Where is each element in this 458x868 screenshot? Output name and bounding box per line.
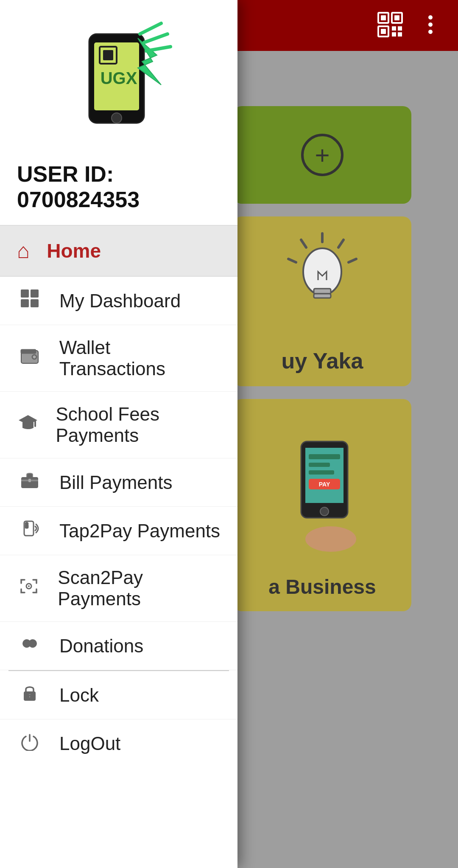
tap2pay-label: Tap2Pay Payments [59, 520, 220, 542]
svg-text:UGX: UGX [101, 69, 137, 87]
svg-rect-54 [21, 477, 38, 488]
wallet-label: Wallet Transactions [59, 337, 221, 379]
sidebar-item-tap2pay[interactable]: Tap2Pay Payments [0, 507, 237, 555]
lock-label: Lock [59, 685, 99, 706]
svg-rect-59 [25, 525, 28, 528]
user-id: USER ID: 0700824353 [0, 153, 237, 226]
home-icon: ⌂ [17, 239, 30, 263]
sidebar-item-lock[interactable]: Lock [0, 671, 237, 719]
svg-point-10 [428, 15, 433, 20]
svg-point-28 [320, 507, 329, 516]
briefcase-icon [17, 470, 42, 494]
logo-icon: UGX [59, 21, 178, 140]
svg-rect-30 [318, 531, 327, 543]
svg-rect-33 [346, 533, 351, 542]
logout-label: LogOut [59, 733, 120, 754]
buy-yaka-panel[interactable]: uy Yaka [233, 216, 411, 386]
svg-line-17 [288, 259, 296, 262]
sidebar-item-home[interactable]: ⌂ Home [0, 226, 237, 277]
svg-rect-44 [21, 289, 29, 298]
svg-rect-47 [31, 299, 39, 307]
tap-icon [17, 519, 42, 543]
svg-point-12 [428, 30, 433, 34]
nav-items-list: My Dashboard Wallet Transactions [0, 277, 237, 868]
add-button-panel[interactable]: + [233, 106, 411, 204]
svg-point-51 [32, 355, 36, 359]
power-icon [17, 731, 42, 756]
svg-rect-53 [34, 420, 36, 427]
svg-point-11 [428, 22, 433, 27]
svg-rect-7 [398, 26, 402, 31]
svg-point-63 [28, 639, 37, 648]
svg-line-41 [140, 23, 161, 34]
sidebar-item-scan2pay[interactable]: Scan2Pay Payments [0, 555, 237, 622]
svg-rect-6 [392, 26, 396, 31]
svg-rect-1 [381, 15, 386, 20]
svg-rect-32 [338, 531, 344, 542]
svg-rect-20 [314, 294, 331, 298]
svg-rect-5 [381, 29, 386, 34]
svg-rect-9 [398, 32, 402, 37]
svg-rect-25 [309, 470, 334, 475]
svg-line-15 [349, 259, 356, 262]
svg-rect-37 [103, 50, 113, 60]
svg-rect-66 [29, 695, 31, 698]
phone-hand-icon: PAY [276, 433, 369, 552]
sidebar-item-donations[interactable]: Donations [0, 622, 237, 670]
svg-line-43 [146, 47, 170, 51]
school-fees-label: School Fees Payments [56, 404, 221, 446]
sidebar-item-school-fees[interactable]: School Fees Payments [0, 392, 237, 458]
svg-point-61 [28, 585, 30, 587]
lock-icon [17, 683, 42, 707]
graduation-icon [17, 413, 39, 437]
svg-point-39 [112, 113, 122, 123]
svg-rect-19 [314, 289, 331, 294]
qr-icon[interactable] [377, 12, 403, 39]
more-options-icon[interactable] [420, 14, 441, 37]
navigation-drawer: UGX USER ID: 0700824353 ⌂ Home [0, 0, 237, 868]
svg-line-42 [144, 34, 168, 42]
add-circle-icon[interactable]: + [301, 134, 344, 176]
business-label: a Business [268, 575, 376, 598]
dashboard-icon [17, 289, 42, 313]
svg-rect-3 [394, 15, 399, 20]
donations-label: Donations [59, 635, 143, 657]
sidebar-item-wallet[interactable]: Wallet Transactions [0, 325, 237, 392]
sidebar-item-dashboard[interactable]: My Dashboard [0, 277, 237, 325]
svg-rect-46 [21, 299, 29, 307]
svg-rect-31 [329, 528, 335, 543]
yaka-label: uy Yaka [282, 348, 363, 374]
scan-icon [17, 576, 41, 601]
scan2pay-label: Scan2Pay Payments [58, 567, 221, 610]
svg-rect-23 [309, 454, 340, 459]
dashboard-label: My Dashboard [59, 290, 181, 312]
sidebar-item-logout[interactable]: LogOut [0, 719, 237, 767]
svg-rect-56 [28, 479, 31, 482]
lightbulb-icon [280, 229, 365, 314]
svg-rect-24 [309, 463, 330, 467]
svg-line-16 [301, 240, 306, 247]
home-label: Home [47, 239, 101, 262]
svg-rect-50 [21, 350, 36, 353]
svg-rect-8 [392, 32, 396, 37]
svg-rect-45 [31, 289, 39, 298]
business-panel[interactable]: PAY a Business [233, 399, 411, 611]
bill-payments-label: Bill Payments [59, 472, 173, 493]
svg-line-14 [338, 240, 344, 247]
app-logo: UGX [0, 0, 237, 153]
sidebar-item-bill-payments[interactable]: Bill Payments [0, 458, 237, 507]
svg-text:PAY: PAY [319, 481, 330, 488]
wallet-icon [17, 346, 42, 371]
donations-icon [17, 634, 42, 658]
